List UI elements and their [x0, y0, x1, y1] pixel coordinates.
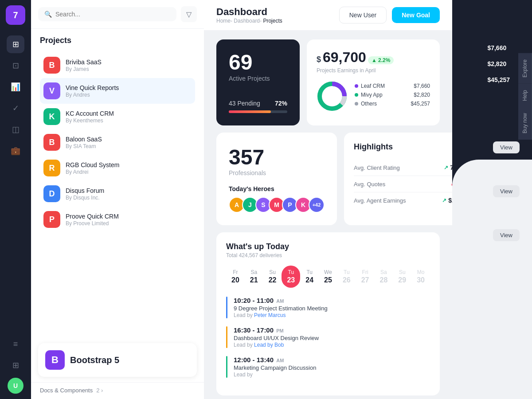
cal-day-name: Sa [246, 269, 262, 275]
legend-left: Leaf CRM [355, 83, 385, 89]
event-border [226, 297, 227, 318]
sidebar-icon-layers[interactable]: ◫ [7, 121, 24, 138]
view-buttons: View View View [486, 139, 527, 244]
view-button-2[interactable]: View [493, 185, 520, 197]
explore-tab[interactable]: Explore [518, 53, 532, 84]
event-lead-link[interactable]: Lead by Bob [254, 342, 284, 348]
highlight-label: Avg. Client Rating [354, 164, 400, 171]
project-info: Proove Quick CRM By Proove Limited [66, 213, 192, 227]
event-lead: Lead by Peter Marcus [234, 312, 328, 318]
event-border [226, 356, 227, 378]
cal-day-name: Fr [228, 269, 243, 275]
cal-day[interactable]: We 25 [319, 266, 337, 288]
event-time-suffix: AM [276, 358, 284, 363]
project-item[interactable]: B Baloon SaaS By SIA Team [40, 129, 195, 155]
cal-day-num: 26 [339, 276, 354, 284]
earning-1: $7,660 [487, 44, 510, 51]
active-projects-card: 69 Active Projects 43 Pending 72% [216, 39, 300, 125]
legend-left: Mivy App [355, 92, 383, 98]
search-input[interactable] [55, 11, 170, 18]
sidebar-icon-check[interactable]: ✓ [7, 99, 24, 117]
view-button-3[interactable]: View [493, 229, 520, 241]
new-user-button[interactable]: New User [339, 7, 387, 23]
project-item[interactable]: K KC Account CRM By Keenthemes [40, 104, 195, 129]
legend-label: Mivy App [361, 92, 383, 98]
avatars-row: AJSMPK+42 [229, 197, 325, 213]
project-by: By Disqus Inc. [66, 195, 192, 201]
sidebar-icon-chart[interactable]: 📊 [7, 78, 24, 96]
breadcrumb-current: Projects [263, 18, 282, 24]
cal-day[interactable]: Mo 30 [411, 266, 430, 288]
sidebar-icon-dashboard[interactable]: ⊞ [7, 35, 24, 53]
project-name: Proove Quick CRM [66, 213, 192, 220]
sidebar-icon-briefcase[interactable]: 💼 [7, 142, 24, 160]
cal-day[interactable]: Fri 27 [356, 266, 375, 288]
cal-day-name: Tu [302, 269, 317, 275]
docs-row[interactable]: Docs & Components 2 › [31, 382, 204, 399]
cal-day[interactable]: Tu 23 [282, 266, 300, 288]
cal-day-num: 30 [413, 276, 428, 284]
highlight-value: ↗ $2,309 [442, 197, 452, 204]
cal-day[interactable]: Sa 28 [375, 266, 393, 288]
sidebar-icon-grid[interactable]: ⊡ [7, 57, 24, 74]
cal-day-name: We [321, 269, 336, 275]
cal-day[interactable]: Su 29 [393, 266, 411, 288]
project-logo: P [43, 211, 60, 228]
cal-day-num: 20 [228, 276, 243, 284]
event-lead-link[interactable]: Peter Marcus [254, 312, 286, 318]
project-info: KC Account CRM By Keenthemes [66, 110, 192, 124]
project-name: RGB Cloud System [66, 161, 192, 168]
cal-day[interactable]: Tu 26 [337, 266, 356, 288]
search-box[interactable]: 🔍 [38, 7, 176, 21]
earnings-value: 69,700 [323, 49, 366, 66]
view-button-1[interactable]: View [493, 141, 520, 153]
user-avatar-small[interactable]: U [8, 378, 23, 394]
project-logo: V [43, 82, 60, 99]
legend-item: Mivy App $2,820 [355, 92, 430, 98]
cal-day-name: Tu [339, 269, 354, 275]
cal-day-num: 23 [283, 276, 298, 284]
user-avatar-badge[interactable]: 7 [6, 5, 25, 25]
content-body: 69 Active Projects 43 Pending 72% $ 69,7… [204, 31, 452, 399]
project-item[interactable]: B Briviba SaaS By James [40, 52, 195, 78]
sidebar-icon-menu[interactable]: ≡ [7, 335, 24, 353]
new-goal-button[interactable]: New Goal [392, 7, 440, 23]
docs-count-icon: 2 › [96, 387, 103, 394]
event-item: 10:20 - 11:00 AM 9 Degree Project Estima… [226, 297, 430, 318]
highlights-card: Highlights Avg. Client Rating ↗ 7.8/10 A… [344, 133, 452, 225]
growth-badge: ▲ 2.2% [368, 56, 394, 64]
sidebar-icon-apps[interactable]: ⊞ [7, 356, 24, 374]
project-item[interactable]: V Vine Quick Reports By Andres [40, 78, 195, 104]
event-time-suffix: PM [276, 328, 284, 333]
breadcrumb: Dashboard Home- Dashboard- Projects [216, 6, 282, 24]
donut-chart [317, 81, 348, 112]
event-content: 16:30 - 17:00 PM Dashboard UI/UX Design … [234, 326, 319, 348]
project-name: KC Account CRM [66, 110, 192, 117]
dollar-sign: $ [317, 55, 321, 64]
breadcrumb-trail: Home- Dashboard- Projects [216, 18, 282, 24]
buy-now-tab[interactable]: Buy now [518, 107, 532, 140]
cal-day[interactable]: Tu 24 [300, 266, 319, 288]
cal-day[interactable]: Su 22 [263, 266, 282, 288]
projects-title: Projects [40, 36, 195, 45]
project-item[interactable]: D Disqus Forum By Disqus Inc. [40, 181, 195, 207]
earnings-card: $ 69,700 ▲ 2.2% Projects Earnings in Apr… [307, 39, 440, 125]
earnings-amount: $ 69,700 ▲ 2.2% [317, 49, 430, 66]
project-item[interactable]: P Proove Quick CRM By Proove Limited [40, 207, 195, 232]
cal-day-num: 22 [265, 276, 280, 284]
events-list: 10:20 - 11:00 AM 9 Degree Project Estima… [226, 297, 430, 378]
project-info: Baloon SaaS By SIA Team [66, 136, 192, 149]
avatar-more: +42 [309, 197, 325, 213]
bootstrap-card: B Bootstrap 5 [38, 343, 197, 377]
project-by: By Andres [66, 92, 192, 98]
docs-label: Docs & Components [40, 387, 93, 394]
filter-button[interactable]: ▽ [181, 6, 197, 22]
help-tab[interactable]: Help [518, 84, 532, 107]
project-item[interactable]: R RGB Cloud System By Andrei [40, 155, 195, 181]
event-time: 10:20 - 11:00 AM [234, 297, 328, 304]
cards-row-2: 357 Professionals Today's Heroes AJSMPK+… [216, 133, 440, 225]
cal-day-name: Su [395, 269, 410, 275]
cal-day[interactable]: Sa 21 [245, 266, 263, 288]
cal-day[interactable]: Fr 20 [226, 266, 245, 288]
highlight-value: ↗ 7.8/10 [444, 164, 452, 171]
